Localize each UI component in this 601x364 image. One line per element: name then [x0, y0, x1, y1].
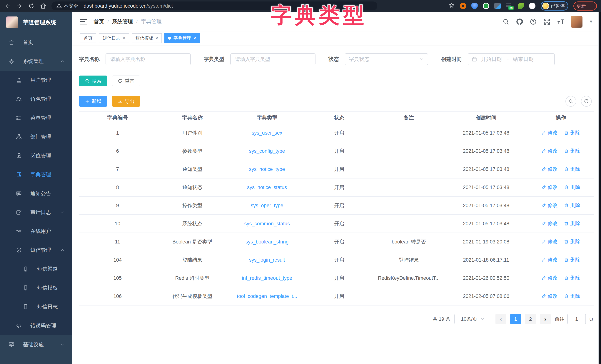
sidebar-item-dept[interactable]: 部门管理	[0, 127, 72, 146]
logo-row[interactable]: 芋道管理系统	[0, 12, 72, 33]
sidebar-item-notice[interactable]: 通知公告	[0, 184, 72, 203]
extension-grid-icon[interactable]	[494, 3, 501, 9]
extension-dog-icon[interactable]	[529, 3, 535, 9]
browser-forward-icon[interactable]	[16, 2, 23, 10]
user-menu-caret-icon[interactable]: ▼	[589, 19, 593, 24]
user-avatar[interactable]	[571, 16, 582, 28]
goto-page-input[interactable]	[567, 314, 586, 324]
browser-back-icon[interactable]	[4, 2, 11, 10]
page-button-2[interactable]: 2	[525, 314, 536, 324]
edit-action[interactable]: 修改	[541, 256, 558, 263]
export-button[interactable]: 导出	[112, 96, 140, 107]
edit-action[interactable]: 修改	[541, 293, 558, 299]
bookmark-star-icon[interactable]	[449, 2, 455, 10]
dict-type-link[interactable]: inf_redis_timeout_type	[242, 275, 292, 281]
search-button[interactable]: 搜索	[79, 76, 107, 86]
sidebar-item-home[interactable]: 首页	[0, 33, 72, 52]
edit-action[interactable]: 修改	[541, 129, 558, 136]
sidebar-item-infra[interactable]: 基础设施	[0, 335, 72, 354]
date-range-picker[interactable]: 开始日期 ~ 结束日期	[468, 53, 555, 65]
tab-sms-log[interactable]: 短信日志×	[99, 33, 129, 43]
extension-green-icon[interactable]	[483, 3, 489, 9]
sidebar-item-post[interactable]: 岗位管理	[0, 146, 72, 165]
breadcrumb-home[interactable]: 首页	[94, 18, 104, 25]
delete-action[interactable]: 删除	[564, 238, 580, 245]
edit-action[interactable]: 修改	[541, 148, 558, 154]
date-start-placeholder[interactable]: 开始日期	[481, 56, 502, 63]
sidebar-item-user[interactable]: 用户管理	[0, 71, 72, 90]
delete-action[interactable]: 删除	[564, 202, 580, 209]
edit-action[interactable]: 修改	[541, 184, 558, 191]
browser-menu-icon[interactable]: ⋮	[588, 3, 594, 9]
dict-type-link[interactable]: sys_oper_type	[251, 203, 283, 208]
delete-action[interactable]: 删除	[564, 148, 580, 154]
refresh-table-icon[interactable]	[581, 96, 592, 107]
status-select[interactable]: 字典状态	[345, 53, 428, 65]
delete-action[interactable]: 删除	[564, 220, 580, 227]
page-size-select[interactable]: 10条/页	[454, 314, 491, 324]
delete-action[interactable]: 删除	[564, 293, 580, 299]
tab-home[interactable]: 首页	[80, 33, 96, 43]
delete-action[interactable]: 删除	[564, 166, 580, 172]
date-end-placeholder[interactable]: 结束日期	[513, 56, 534, 63]
browser-home-icon[interactable]	[40, 2, 47, 10]
delete-action[interactable]: 删除	[564, 129, 580, 136]
browser-update-button[interactable]: 更新 ⋮	[573, 1, 597, 10]
dict-type-link[interactable]: sys_login_result	[249, 257, 285, 263]
browser-reload-icon[interactable]	[28, 2, 35, 10]
tab-close-icon[interactable]: ×	[155, 35, 158, 41]
dict-type-link[interactable]: tool_codegen_template_t...	[237, 293, 297, 299]
dict-type-link[interactable]: sys_boolean_string	[246, 239, 289, 245]
dict-type-link[interactable]: sys_user_sex	[252, 130, 282, 136]
tab-close-icon[interactable]: ×	[123, 35, 125, 41]
dict-name-input[interactable]	[106, 53, 191, 65]
paused-extension-badge[interactable]: 已暂停	[541, 1, 568, 10]
add-button[interactable]: 新增	[79, 96, 107, 107]
tab-sms-template[interactable]: 短信模板×	[132, 33, 162, 43]
sidebar-item-dict[interactable]: 字典管理	[0, 165, 72, 184]
delete-action[interactable]: 删除	[564, 184, 580, 191]
dict-type-link[interactable]: sys_notice_type	[249, 166, 285, 172]
sidebar-item-role[interactable]: 角色管理	[0, 90, 72, 109]
edit-action-label: 修改	[548, 148, 558, 154]
extension-orange-icon[interactable]	[460, 3, 466, 9]
edit-action[interactable]: 修改	[541, 166, 558, 172]
dict-type-input[interactable]	[230, 53, 315, 65]
breadcrumb-system[interactable]: 系统管理	[112, 18, 133, 25]
delete-action[interactable]: 删除	[564, 256, 580, 263]
sidebar-item-online-user[interactable]: 在线用户	[0, 222, 72, 241]
extension-blue-icon[interactable]	[471, 3, 478, 9]
help-icon[interactable]	[530, 18, 537, 25]
tab-dict[interactable]: 字典管理×	[164, 33, 200, 43]
sidebar-item-audit-log[interactable]: 审计日志	[0, 203, 72, 222]
dict-type-link[interactable]: sys_notice_status	[247, 185, 287, 190]
sidebar-item-sms-template[interactable]: 短信模板	[0, 278, 72, 297]
edit-action[interactable]: 修改	[541, 238, 558, 245]
edit-action[interactable]: 修改	[541, 274, 558, 281]
delete-action[interactable]: 删除	[564, 274, 580, 281]
font-size-icon[interactable]	[557, 18, 564, 25]
next-page-button[interactable]: ›	[540, 314, 551, 324]
sidebar-item-error-code[interactable]: 错误码管理	[0, 316, 72, 335]
dict-type-link[interactable]: sys_config_type	[249, 148, 285, 154]
github-icon[interactable]	[516, 18, 523, 25]
extension-leaf-icon[interactable]	[518, 3, 524, 9]
edit-action[interactable]: 修改	[541, 202, 558, 209]
fullscreen-icon[interactable]	[543, 18, 551, 25]
show-search-icon[interactable]	[565, 96, 576, 107]
extension-on-icon[interactable]: on	[506, 3, 512, 9]
search-icon[interactable]	[502, 18, 510, 25]
sidebar-item-sms[interactable]: 短信管理	[0, 241, 72, 260]
page-button-1[interactable]: 1	[510, 314, 521, 324]
prev-page-button[interactable]: ‹	[495, 314, 506, 324]
collapse-menu-icon[interactable]	[80, 19, 87, 25]
edit-action[interactable]: 修改	[541, 220, 558, 227]
tab-close-icon[interactable]: ×	[193, 35, 196, 41]
sidebar-item-menu[interactable]: 菜单管理	[0, 109, 72, 127]
sidebar-item-system[interactable]: 系统管理	[0, 52, 72, 71]
security-warning[interactable]: 不安全	[56, 3, 78, 9]
dict-type-link[interactable]: sys_common_status	[244, 221, 290, 226]
reset-button[interactable]: 重置	[112, 76, 140, 86]
sidebar-item-sms-log[interactable]: 短信日志	[0, 297, 72, 316]
sidebar-item-sms-channel[interactable]: 短信渠道	[0, 260, 72, 278]
